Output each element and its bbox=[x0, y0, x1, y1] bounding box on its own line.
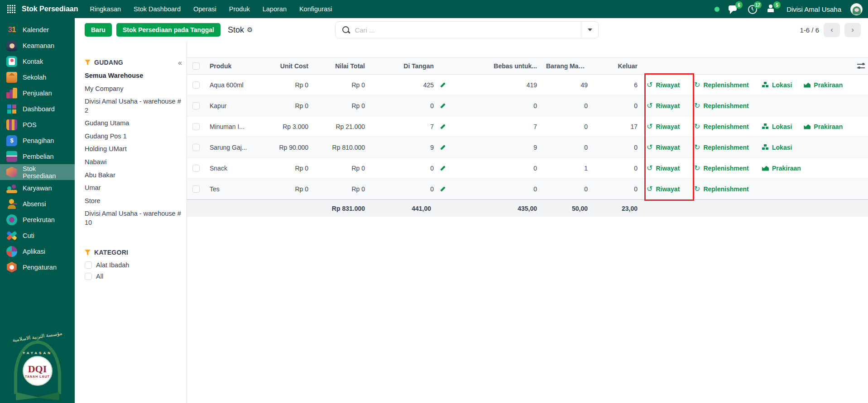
cell-produk[interactable]: Aqua 600ml bbox=[205, 81, 264, 89]
table-row[interactable]: Sarung Gaj...Rp 90.000Rp 810.0009900↺Riw… bbox=[187, 137, 868, 158]
sidebar-item-penagihan[interactable]: Penagihan bbox=[0, 133, 75, 148]
table-row[interactable]: SnackRp 0Rp 00010↺Riwayat↻ReplenishmentP… bbox=[187, 158, 868, 179]
replenishment-button[interactable]: ↻Replenishment bbox=[694, 144, 753, 151]
row-checkbox[interactable] bbox=[192, 123, 200, 130]
new-button[interactable]: Baru bbox=[85, 23, 112, 37]
warehouse-filter-divisi-amal-usaha-warehouse-10[interactable]: Divisi Amal Usaha - warehouse # 10 bbox=[85, 209, 183, 227]
riwayat-button[interactable]: ↺Riwayat bbox=[647, 185, 685, 193]
col-header-bebas[interactable]: Bebas untuk... bbox=[451, 62, 542, 70]
collapse-panel-icon[interactable]: « bbox=[178, 59, 182, 67]
sidebar-item-perekrutan[interactable]: Perekrutan bbox=[0, 212, 75, 228]
col-header-barang-masuk[interactable]: Barang Masuk bbox=[542, 62, 592, 70]
category-checkbox[interactable] bbox=[85, 273, 92, 280]
nav-menu-stok-dashboard[interactable]: Stok Dashboard bbox=[134, 5, 181, 13]
col-header-di-tangan[interactable]: Di Tangan bbox=[369, 62, 451, 70]
warehouse-filter-gudang-pos-1[interactable]: Gudang Pos 1 bbox=[85, 132, 183, 141]
nav-menu-konfigurasi[interactable]: Konfigurasi bbox=[299, 5, 332, 13]
row-checkbox[interactable] bbox=[192, 102, 200, 109]
riwayat-button[interactable]: ↺Riwayat bbox=[647, 123, 685, 130]
gear-icon[interactable]: ⚙ bbox=[247, 26, 253, 34]
user-avatar[interactable] bbox=[850, 3, 863, 15]
prakiraan-button[interactable]: Prakiraan bbox=[804, 81, 843, 89]
col-header-nilai-total[interactable]: Nilai Total bbox=[313, 62, 369, 70]
nav-menu-produk[interactable]: Produk bbox=[229, 5, 250, 13]
optional-columns-icon[interactable] bbox=[857, 63, 865, 69]
col-header-unit-cost[interactable]: Unit Cost bbox=[264, 62, 313, 70]
table-row[interactable]: KapurRp 0Rp 00000↺Riwayat↻Replenishment bbox=[187, 95, 868, 116]
sidebar-item-kontak[interactable]: Kontak bbox=[0, 53, 75, 69]
sidebar-item-penjualan[interactable]: Penjualan bbox=[0, 85, 75, 101]
edit-pencil-icon[interactable] bbox=[439, 102, 446, 109]
row-checkbox[interactable] bbox=[192, 165, 200, 172]
requests-icon[interactable]: 5 bbox=[767, 5, 777, 14]
prakiraan-button[interactable]: Prakiraan bbox=[804, 123, 843, 130]
col-header-produk[interactable]: Produk bbox=[205, 62, 264, 70]
category-filter-alat-ibadah[interactable]: Alat Ibadah bbox=[85, 261, 183, 269]
nav-menu-ringkasan[interactable]: Ringkasan bbox=[90, 5, 121, 13]
messages-icon[interactable]: 6 bbox=[729, 5, 739, 14]
sidebar-item-aplikasi[interactable]: Aplikasi bbox=[0, 243, 75, 259]
row-checkbox[interactable] bbox=[192, 81, 200, 89]
activities-icon[interactable]: 17 bbox=[748, 5, 758, 14]
warehouse-filter-nabawi[interactable]: Nabawi bbox=[85, 158, 183, 167]
prakiraan-button[interactable]: Prakiraan bbox=[762, 165, 801, 172]
warehouse-filter-umar[interactable]: Umar bbox=[85, 184, 183, 193]
replenishment-button[interactable]: ↻Replenishment bbox=[694, 81, 753, 89]
app-title[interactable]: Stok Persediaan bbox=[22, 5, 78, 13]
sidebar-item-karyawan[interactable]: Karyawan bbox=[0, 180, 75, 196]
warehouse-filter-store[interactable]: Store bbox=[85, 197, 183, 206]
col-header-keluar[interactable]: Keluar bbox=[592, 62, 642, 70]
company-name[interactable]: Divisi Amal Usaha bbox=[786, 5, 841, 13]
warehouse-filter-gudang-utama[interactable]: Gudang Utama bbox=[85, 119, 183, 128]
sidebar-item-absensi[interactable]: Absensi bbox=[0, 196, 75, 212]
edit-pencil-icon[interactable] bbox=[439, 165, 446, 172]
riwayat-button[interactable]: ↺Riwayat bbox=[647, 102, 685, 109]
replenishment-button[interactable]: ↻Replenishment bbox=[694, 123, 753, 130]
stock-at-date-button[interactable]: Stok Persediaan pada Tanggal bbox=[116, 23, 221, 37]
cell-produk[interactable]: Snack bbox=[205, 165, 264, 172]
lokasi-button[interactable]: Lokasi bbox=[762, 123, 792, 130]
sidebar-item-cuti[interactable]: Cuti bbox=[0, 228, 75, 243]
edit-pencil-icon[interactable] bbox=[439, 123, 446, 130]
cell-produk[interactable]: Sarung Gaj... bbox=[205, 144, 264, 151]
edit-pencil-icon[interactable] bbox=[439, 144, 446, 151]
pager-next-button[interactable]: › bbox=[844, 23, 861, 37]
edit-pencil-icon[interactable] bbox=[439, 185, 446, 193]
cell-produk[interactable]: Tes bbox=[205, 185, 264, 193]
sidebar-item-pembelian[interactable]: Pembelian bbox=[0, 148, 75, 164]
table-row[interactable]: Aqua 600mlRp 0Rp 0425419496↺Riwayat↻Repl… bbox=[187, 75, 868, 95]
nav-menu-operasi[interactable]: Operasi bbox=[193, 5, 216, 13]
lokasi-button[interactable]: Lokasi bbox=[762, 81, 792, 89]
cell-produk[interactable]: Kapur bbox=[205, 102, 264, 109]
replenishment-button[interactable]: ↻Replenishment bbox=[694, 102, 753, 109]
select-all-checkbox[interactable] bbox=[192, 62, 200, 70]
table-row[interactable]: TesRp 0Rp 00000↺Riwayat↻Replenishment bbox=[187, 179, 868, 199]
search-input[interactable] bbox=[355, 26, 581, 34]
warehouse-filter-semua-warehouse[interactable]: Semua Warehouse bbox=[85, 71, 183, 81]
sidebar-item-kalender[interactable]: 31Kalender bbox=[0, 22, 75, 38]
riwayat-button[interactable]: ↺Riwayat bbox=[647, 81, 685, 89]
table-row[interactable]: Minuman I...Rp 3.000Rp 21.00077017↺Riway… bbox=[187, 116, 868, 137]
sidebar-item-keamanan[interactable]: Keamanan bbox=[0, 38, 75, 53]
nav-menu-laporan[interactable]: Laporan bbox=[263, 5, 287, 13]
sidebar-item-dashboard[interactable]: Dashboard bbox=[0, 101, 75, 117]
riwayat-button[interactable]: ↺Riwayat bbox=[647, 144, 685, 151]
cell-produk[interactable]: Minuman I... bbox=[205, 123, 264, 130]
lokasi-button[interactable]: Lokasi bbox=[762, 144, 792, 151]
sidebar-item-sekolah[interactable]: Sekolah bbox=[0, 69, 75, 85]
warehouse-filter-holding-umart[interactable]: Holding UMart bbox=[85, 145, 183, 154]
apps-grid-icon[interactable] bbox=[7, 5, 15, 13]
warehouse-filter-abu-bakar[interactable]: Abu Bakar bbox=[85, 171, 183, 180]
search-dropdown-toggle[interactable] bbox=[581, 22, 598, 38]
row-checkbox[interactable] bbox=[192, 144, 200, 151]
category-checkbox[interactable] bbox=[85, 261, 92, 269]
warehouse-filter-divisi-amal-usaha-warehouse-2[interactable]: Divisi Amal Usaha - warehouse # 2 bbox=[85, 97, 183, 115]
edit-pencil-icon[interactable] bbox=[439, 81, 446, 89]
category-filter-all[interactable]: All bbox=[85, 273, 183, 280]
sidebar-item-pengaturan[interactable]: Pengaturan bbox=[0, 259, 75, 275]
replenishment-button[interactable]: ↻Replenishment bbox=[694, 165, 753, 172]
sidebar-item-stok[interactable]: Stok Persediaan bbox=[0, 164, 75, 180]
warehouse-filter-my-company[interactable]: My Company bbox=[85, 85, 183, 94]
pager-prev-button[interactable]: ‹ bbox=[824, 23, 840, 37]
replenishment-button[interactable]: ↻Replenishment bbox=[694, 185, 753, 193]
